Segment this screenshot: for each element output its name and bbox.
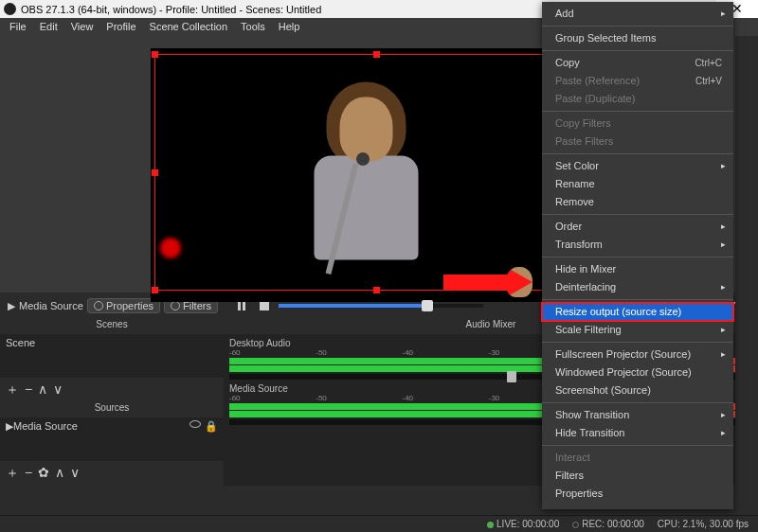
menu-edit[interactable]: Edit — [34, 19, 63, 34]
source-settings-button[interactable]: ✿ — [38, 465, 49, 482]
menu-profile[interactable]: Profile — [100, 19, 141, 34]
status-cpu: CPU: 2.1%, 30.00 fps — [658, 519, 749, 529]
context-item-order[interactable]: Order — [542, 218, 733, 236]
source-item[interactable]: ▶ Media Source 🔒 — [0, 417, 224, 435]
scene-up-button[interactable]: ∧ — [38, 381, 47, 399]
resize-handle[interactable] — [373, 51, 380, 58]
context-item-fullscreen-projector-source[interactable]: Fullscreen Projector (Source) — [542, 346, 733, 364]
context-item-copy[interactable]: CopyCtrl+C — [542, 54, 733, 72]
filter-icon — [171, 301, 180, 310]
context-item-scale-filtering[interactable]: Scale Filtering — [542, 321, 733, 339]
context-item-transform[interactable]: Transform — [542, 236, 733, 254]
source-context-menu: AddGroup Selected ItemsCopyCtrl+CPaste (… — [542, 2, 733, 509]
context-item-deinterlacing[interactable]: Deinterlacing — [542, 278, 733, 296]
context-item-screenshot-source[interactable]: Screenshot (Source) — [542, 381, 733, 399]
remove-scene-button[interactable]: − — [25, 381, 32, 399]
play-icon: ▶ — [8, 300, 15, 312]
context-item-interact: Interact — [542, 449, 733, 467]
context-item-properties[interactable]: Properties — [542, 485, 733, 503]
remove-source-button[interactable]: − — [25, 465, 32, 482]
status-rec: REC: 00:00:00 — [572, 519, 644, 529]
source-up-button[interactable]: ∧ — [55, 465, 64, 482]
context-item-paste-duplicate: Paste (Duplicate) — [542, 90, 733, 108]
context-item-hide-transition[interactable]: Hide Transition — [542, 424, 733, 442]
annotation-arrow-icon — [443, 267, 555, 297]
menu-tools[interactable]: Tools — [235, 19, 271, 34]
context-item-paste-reference: Paste (Reference)Ctrl+V — [542, 72, 733, 90]
preview-canvas[interactable] — [151, 48, 607, 302]
context-item-remove[interactable]: Remove — [542, 193, 733, 211]
menu-scene-collection[interactable]: Scene Collection — [144, 19, 234, 34]
status-bar: LIVE: 00:00:00 REC: 00:00:00 CPU: 2.1%, … — [0, 515, 758, 532]
lock-icon[interactable]: 🔒 — [205, 420, 218, 433]
obs-logo-icon — [4, 3, 16, 15]
resize-handle[interactable] — [152, 169, 158, 176]
window-title: OBS 27.1.3 (64-bit, windows) - Profile: … — [21, 4, 321, 15]
resize-handle[interactable] — [373, 287, 380, 293]
add-source-button[interactable]: ＋ — [6, 465, 19, 482]
context-item-rename[interactable]: Rename — [542, 175, 733, 193]
context-item-windowed-projector-source[interactable]: Windowed Projector (Source) — [542, 364, 733, 381]
expand-icon[interactable]: ▶ — [6, 420, 13, 433]
context-item-set-color[interactable]: Set Color — [542, 157, 733, 175]
context-item-show-transition[interactable]: Show Transition — [542, 406, 733, 424]
context-item-add[interactable]: Add — [542, 5, 733, 23]
source-down-button[interactable]: ∨ — [70, 465, 80, 482]
add-scene-button[interactable]: ＋ — [6, 381, 19, 399]
context-item-hide-in-mixer[interactable]: Hide in Mixer — [542, 260, 733, 278]
seek-slider[interactable] — [279, 304, 483, 308]
context-item-filters[interactable]: Filters — [542, 467, 733, 485]
context-item-copy-filters: Copy Filters — [542, 115, 733, 133]
scenes-header: Scenes — [0, 319, 224, 334]
source-selection-outline[interactable] — [154, 54, 598, 291]
right-gutter — [735, 36, 758, 513]
resize-handle[interactable] — [152, 287, 158, 293]
gear-icon — [94, 301, 103, 310]
scene-item[interactable]: Scene — [0, 334, 224, 351]
menu-file[interactable]: File — [4, 19, 32, 34]
context-item-resize-output-source-size[interactable]: Resize output (source size) — [542, 303, 733, 321]
sources-header: Sources — [0, 402, 224, 417]
properties-button[interactable]: Properties — [87, 298, 160, 313]
scene-down-button[interactable]: ∨ — [53, 381, 63, 399]
resize-handle[interactable] — [152, 51, 158, 58]
visibility-toggle-icon[interactable] — [190, 420, 201, 428]
status-live: LIVE: 00:00:00 — [487, 519, 559, 529]
context-item-group-selected-items[interactable]: Group Selected Items — [542, 29, 733, 47]
menu-help[interactable]: Help — [273, 19, 306, 34]
selected-source-label: Media Source — [19, 300, 83, 311]
menu-view[interactable]: View — [65, 19, 99, 34]
context-item-paste-filters: Paste Filters — [542, 133, 733, 151]
